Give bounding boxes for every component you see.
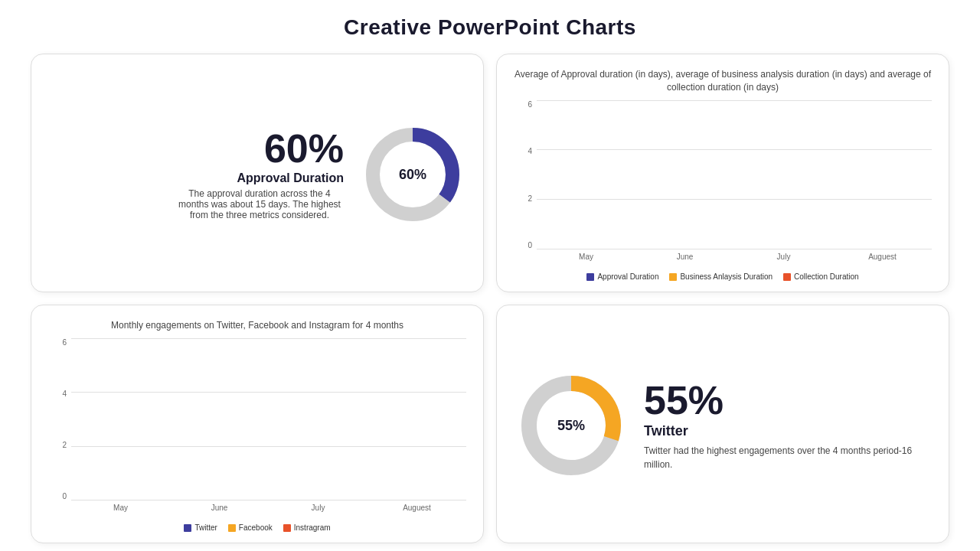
y-label-0: 0: [62, 492, 70, 500]
x-label: July: [269, 500, 368, 519]
legend-item: Instragram: [283, 523, 331, 532]
twitter-description: Twitter had the highest engagements over…: [644, 444, 932, 471]
legend-color: [783, 273, 791, 281]
social-bar-inner: 6 4 2 0 MayJuneJulyAuguest: [48, 338, 466, 519]
legend-color: [283, 524, 291, 532]
social-bar-groups: [71, 338, 466, 500]
social-x-labels: MayJuneJulyAuguest: [48, 500, 466, 519]
social-chart-card: Monthly engagements on Twitter, Facebook…: [31, 305, 484, 543]
legend-color: [586, 273, 594, 281]
legend-label: Business Anlaysis Duration: [680, 272, 773, 281]
approval-title: Approval Duration: [237, 171, 344, 185]
legend-color: [669, 273, 677, 281]
y-label-6: 6: [62, 338, 70, 347]
social-chart-area: 6 4 2 0 MayJuneJulyAuguest: [48, 338, 466, 532]
x-label: Auguest: [833, 249, 932, 268]
duration-bar-groups: [537, 100, 932, 249]
duration-chart-card: Average of Approval duration (in days), …: [496, 54, 949, 292]
y-label-4: 4: [62, 390, 70, 398]
approval-donut: 60%: [359, 121, 466, 228]
social-legend: TwitterFacebookInstragram: [48, 523, 466, 532]
duration-bar-wrapper: 6 4 2 0 MayJuneJulyAuguest: [514, 100, 932, 268]
legend-color: [228, 524, 236, 532]
twitter-percent: 55%: [644, 380, 932, 420]
social-chart-title: Monthly engagements on Twitter, Facebook…: [48, 319, 466, 332]
twitter-text: 55% Twitter Twitter had the highest enga…: [629, 380, 932, 471]
y-label-2: 2: [528, 194, 535, 203]
duration-legend: Approval DurationBusiness Anlaysis Durat…: [514, 272, 932, 281]
duration-x-labels: MayJuneJulyAuguest: [514, 249, 932, 268]
page-title: Creative PowerPoint Charts: [31, 15, 949, 40]
x-label: June: [635, 249, 734, 268]
duration-chart-area: 6 4 2 0 MayJuneJulyAuguest: [514, 100, 932, 281]
x-label: July: [734, 249, 833, 268]
x-label: May: [71, 500, 170, 519]
page: Creative PowerPoint Charts 60% Approval …: [0, 0, 980, 551]
duration-y-axis: 6 4 2 0: [514, 100, 535, 249]
y-label-0: 0: [528, 241, 535, 249]
legend-item: Approval Duration: [586, 272, 658, 281]
social-y-axis: 6 4 2 0: [48, 338, 70, 500]
duration-bar-inner: 6 4 2 0 MayJuneJulyAuguest: [514, 100, 932, 268]
legend-label: Facebook: [239, 523, 273, 532]
legend-item: Twitter: [184, 523, 217, 532]
legend-color: [184, 524, 191, 532]
content-grid: 60% Approval Duration The approval durat…: [31, 54, 949, 543]
twitter-title: Twitter: [644, 423, 932, 439]
legend-label: Twitter: [194, 523, 217, 532]
approval-percent: 60%: [264, 129, 344, 168]
x-label: June: [170, 500, 269, 519]
approval-text: 60% Approval Duration The approval durat…: [48, 129, 359, 220]
approval-card: 60% Approval Duration The approval durat…: [31, 54, 484, 292]
social-bar-wrapper: 6 4 2 0 MayJuneJulyAuguest: [48, 338, 466, 519]
legend-item: Business Anlaysis Duration: [669, 272, 773, 281]
legend-label: Instragram: [294, 523, 331, 532]
legend-item: Collection Duration: [783, 272, 859, 281]
x-label: Auguest: [368, 500, 466, 519]
twitter-donut-label: 55%: [557, 418, 585, 434]
approval-description: The approval duration across the 4 month…: [175, 188, 344, 220]
legend-label: Approval Duration: [597, 272, 658, 281]
twitter-card: 55% 55% Twitter Twitter had the highest …: [496, 305, 949, 543]
legend-label: Collection Duration: [794, 272, 859, 281]
twitter-donut: 55%: [514, 368, 629, 483]
x-label: May: [537, 249, 635, 268]
y-label-6: 6: [528, 100, 535, 109]
approval-donut-label: 60%: [399, 167, 426, 183]
y-label-4: 4: [528, 147, 535, 155]
legend-item: Facebook: [228, 523, 273, 532]
y-label-2: 2: [62, 441, 70, 449]
duration-chart-title: Average of Approval duration (in days), …: [514, 68, 932, 94]
